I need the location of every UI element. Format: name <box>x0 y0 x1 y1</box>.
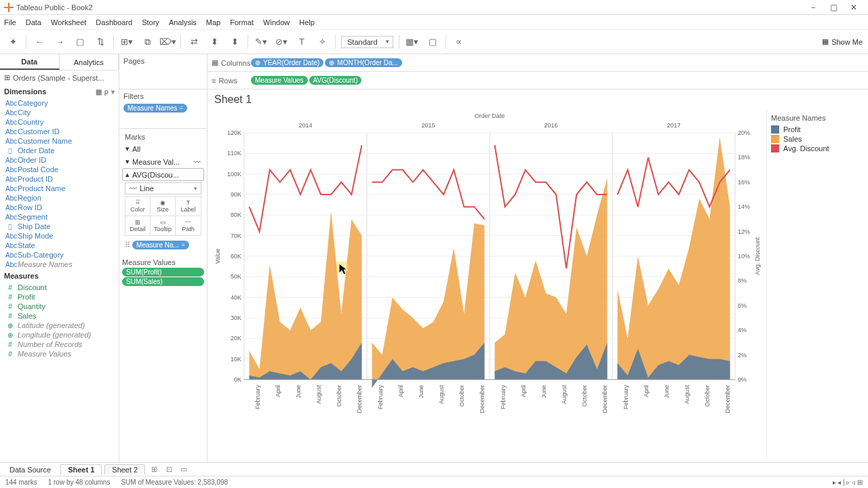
tab-data-source[interactable]: Data Source <box>3 465 58 474</box>
new-dashboard-icon[interactable]: ⊡ <box>163 465 175 474</box>
dimension-measure-names[interactable]: AbcMeasure Names <box>3 260 116 269</box>
datasource[interactable]: ⊞ Orders (Sample - Superst... <box>0 70 119 85</box>
measure-values-shelf[interactable]: Measure Values SUM(Profit) SUM(Sales) <box>119 256 207 289</box>
mark-size[interactable]: ◉Size <box>151 197 176 216</box>
filter-pill-measure-names[interactable]: Measure Names≡ <box>123 104 187 113</box>
dimension-region[interactable]: AbcRegion <box>3 193 116 203</box>
mark-tooltip[interactable]: ▭Tooltip <box>151 216 176 235</box>
color-pill[interactable]: Measure Na...≡ <box>132 241 189 249</box>
menu-worksheet[interactable]: Worksheet <box>51 18 86 26</box>
menu-dashboard[interactable]: Dashboard <box>96 18 132 26</box>
measure-sales[interactable]: #Sales <box>3 311 116 321</box>
redo-button[interactable]: → <box>52 35 67 49</box>
undo-button[interactable]: ← <box>32 35 47 49</box>
mv-pill-sales[interactable]: SUM(Sales) <box>122 277 204 286</box>
marks-measure-values[interactable]: ▾ Measure Val... 〰 <box>122 155 204 168</box>
save-button[interactable]: ▢ <box>73 35 87 49</box>
menu-analysis[interactable]: Analysis <box>169 18 197 26</box>
row-pill-avg-discount[interactable]: AVG(Discount) <box>309 76 362 85</box>
sort-desc-button[interactable]: ⬍ <box>227 35 242 49</box>
fit-select[interactable]: Standard <box>341 36 393 48</box>
group-button[interactable]: ⊘▾ <box>274 35 289 49</box>
rows-shelf[interactable]: ≡ Rows Measure Values AVG(Discount) <box>208 72 868 89</box>
legend-item-profit[interactable]: Profit <box>771 125 850 134</box>
mark-type-select[interactable]: 〰 Line <box>125 182 201 195</box>
col-pill-month[interactable]: ⊕ MONTH(Order Da... <box>325 58 401 67</box>
mark-detail[interactable]: ⊞Detail <box>125 216 151 235</box>
dimension-product-id[interactable]: AbcProduct ID <box>3 174 116 184</box>
measure-latitude-generated-[interactable]: ⊕Latitude (generated) <box>3 321 116 330</box>
tab-analytics[interactable]: Analytics <box>60 54 119 70</box>
sort-asc-button[interactable]: ⬍ <box>207 35 222 49</box>
marks-all[interactable]: ▾ All <box>122 142 204 155</box>
text-button[interactable]: T <box>294 35 309 49</box>
menu-icon[interactable]: ▾ <box>111 88 115 96</box>
measure-quantity[interactable]: #Quantity <box>3 302 116 311</box>
show-me-button[interactable]: ▦ Show Me <box>822 37 863 46</box>
dimension-sub-category[interactable]: AbcSub-Category <box>3 250 116 260</box>
dimension-category[interactable]: AbcCategory <box>3 98 116 108</box>
swap-button[interactable]: ⇄ <box>186 35 201 49</box>
legend-item-sales[interactable]: Sales <box>771 134 850 144</box>
dimension-order-date[interactable]: ⌷Order Date <box>3 146 116 155</box>
new-worksheet-icon[interactable]: ⊞ <box>148 465 160 474</box>
tab-data[interactable]: Data <box>0 54 60 70</box>
marks-avg-discount[interactable]: ▴ AVG(Discou... <box>122 168 204 181</box>
columns-shelf[interactable]: ▦ Columns ⊕ YEAR(Order Date) ⊕ MONTH(Ord… <box>208 54 868 72</box>
legend-item-discount[interactable]: Avg. Discount <box>771 144 850 153</box>
pin-button[interactable]: ✧ <box>315 35 330 49</box>
presentation-button[interactable]: ▢ <box>425 35 440 49</box>
dimension-state[interactable]: AbcState <box>3 241 116 250</box>
row-pill-measure-values[interactable]: Measure Values <box>251 76 308 85</box>
maximize-button[interactable]: ▢ <box>823 3 844 12</box>
dimension-product-name[interactable]: AbcProduct Name <box>3 184 116 193</box>
view-icon[interactable]: ▦ <box>96 88 102 96</box>
dimension-ship-mode[interactable]: AbcShip Mode <box>3 231 116 241</box>
menu-data[interactable]: Data <box>26 18 41 26</box>
menu-format[interactable]: Format <box>230 18 254 26</box>
col-pill-year[interactable]: ⊕ YEAR(Order Date) <box>251 58 323 67</box>
tableau-icon[interactable]: ✦ <box>5 35 20 49</box>
dimension-customer-name[interactable]: AbcCustomer Name <box>3 136 116 146</box>
dimension-city[interactable]: AbcCity <box>3 108 116 117</box>
dimension-country[interactable]: AbcCountry <box>3 117 116 127</box>
duplicate-button[interactable]: ⧉ <box>140 35 155 49</box>
tab-sheet-1[interactable]: Sheet 1 <box>60 464 102 474</box>
measure-profit[interactable]: #Profit <box>3 292 116 302</box>
dimension-order-id[interactable]: AbcOrder ID <box>3 155 116 165</box>
menu-story[interactable]: Story <box>142 18 159 26</box>
close-button[interactable]: ✕ <box>844 3 864 12</box>
measure-number-of-records[interactable]: #Number of Records <box>3 340 116 349</box>
measure-longitude-generated-[interactable]: ⊕Longitude (generated) <box>3 330 116 340</box>
menu-help[interactable]: Help <box>299 18 315 26</box>
dimension-row-id[interactable]: AbcRow ID <box>3 203 116 212</box>
mv-pill-profit[interactable]: SUM(Profit) <box>122 268 204 277</box>
chart-svg[interactable]: Order Date20142015201620170K10K20K30K40K… <box>210 110 766 422</box>
status-nav[interactable]: ▸ ◂ | ▹ ◃ ⊞ <box>833 479 863 486</box>
new-worksheet-button[interactable]: ⊞▾ <box>119 35 134 49</box>
filters-shelf[interactable]: Filters Measure Names≡ <box>119 89 207 129</box>
sheet-title[interactable]: Sheet 1 <box>208 89 868 107</box>
search-icon[interactable]: ρ <box>104 88 108 96</box>
mark-path[interactable]: 〰Path <box>176 216 201 235</box>
measure-measure-values[interactable]: #Measure Values <box>3 349 116 359</box>
menu-map[interactable]: Map <box>206 18 220 26</box>
share-button[interactable]: ∝ <box>452 35 467 49</box>
new-story-icon[interactable]: ▭ <box>178 465 190 474</box>
measure-discount[interactable]: #Discount <box>3 283 116 292</box>
dimension-ship-date[interactable]: ⌷Ship Date <box>3 222 116 231</box>
minimize-button[interactable]: − <box>803 3 823 12</box>
pages-shelf[interactable]: Pages <box>119 54 207 89</box>
new-data-button[interactable]: ⇅ <box>93 35 108 49</box>
highlight-button[interactable]: ✎▾ <box>254 35 269 49</box>
mark-label[interactable]: TLabel <box>176 197 201 216</box>
clear-button[interactable]: ⌦▾ <box>160 35 175 49</box>
dimension-postal-code[interactable]: AbcPostal Code <box>3 165 116 174</box>
tab-sheet-2[interactable]: Sheet 2 <box>104 464 145 474</box>
menu-file[interactable]: File <box>4 18 16 26</box>
dimension-customer-id[interactable]: AbcCustomer ID <box>3 127 116 136</box>
chart-area[interactable]: Order Date20142015201620170K10K20K30K40K… <box>208 107 868 462</box>
dimension-segment[interactable]: AbcSegment <box>3 212 116 222</box>
mark-color[interactable]: ⠿Color <box>125 197 151 216</box>
view-cards-button[interactable]: ▦▾ <box>405 35 420 49</box>
